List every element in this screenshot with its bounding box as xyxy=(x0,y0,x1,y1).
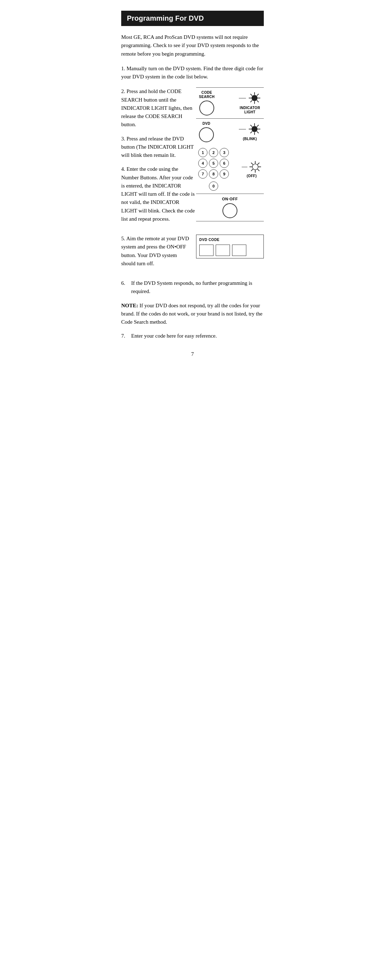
numbers-grid: 1 2 3 4 5 6 7 8 9 0 xyxy=(198,148,229,191)
svg-point-26 xyxy=(252,164,258,170)
diagram-dvd: DVD xyxy=(196,118,264,145)
on-off-label: ON·OFF xyxy=(222,197,238,201)
diagrams-column: CODESEARCH xyxy=(196,88,264,221)
svg-line-22 xyxy=(251,163,253,165)
step-5: 5. Aim the remote at your DVD system and… xyxy=(121,235,190,268)
step-6-text: If the DVD System responds, no further p… xyxy=(131,279,264,296)
page: Programming For DVD Most GE, RCA and Pro… xyxy=(107,0,278,379)
step-5-text-col: 5. Aim the remote at your DVD system and… xyxy=(121,235,190,274)
num-7: 7 xyxy=(198,169,207,178)
svg-line-15 xyxy=(257,125,258,127)
svg-line-13 xyxy=(250,125,252,127)
step-7-text: Enter your code here for easy reference. xyxy=(131,332,264,340)
num-1: 1 xyxy=(198,148,207,157)
diagram-code-search: CODESEARCH xyxy=(196,88,264,118)
svg-line-5 xyxy=(257,100,258,102)
step-2-text: 2. Press and hold the CODE SEARCH button… xyxy=(121,88,192,127)
step-5-text: 5. Aim the remote at your DVD system and… xyxy=(121,235,189,266)
section-header: Programming For DVD xyxy=(121,11,264,26)
page-number-text: 7 xyxy=(191,351,194,357)
step-2: 2. Press and hold the CODE SEARCH button… xyxy=(121,88,196,129)
note-block: NOTE: If your DVD does not respond, try … xyxy=(121,302,264,326)
on-off-button xyxy=(223,203,237,218)
diagram-numbers: 1 2 3 4 5 6 7 8 9 0 xyxy=(196,145,264,194)
dvd-code-cell-2[interactable] xyxy=(216,245,230,256)
off-indicator-icon xyxy=(249,161,262,173)
svg-line-7 xyxy=(250,100,252,102)
num-4: 4 xyxy=(198,159,207,168)
step-3-text: 3. Press and release the DVD button (The… xyxy=(121,136,194,158)
dvd-code-cell-3[interactable] xyxy=(232,245,246,256)
indicator-light-label: INDICATORLIGHT xyxy=(240,106,260,115)
step-7-num: 7. xyxy=(121,332,131,340)
num-3: 3 xyxy=(220,148,229,157)
page-number: 7 xyxy=(121,351,264,357)
step-1: 1. Manually turn on the DVD system. Find… xyxy=(121,65,264,81)
dvd-code-cell-1[interactable] xyxy=(199,245,213,256)
svg-line-6 xyxy=(257,94,258,96)
note-text: If your DVD does not respond, try all th… xyxy=(121,303,262,325)
num-5: 5 xyxy=(209,159,218,168)
num-9: 9 xyxy=(220,169,229,178)
num-8: 8 xyxy=(209,169,218,178)
step-6: 6. If the DVD System responds, no furthe… xyxy=(121,279,264,296)
dvd-indicator-icon xyxy=(248,123,261,135)
intro-text: Most GE, RCA and ProScan DVD systems wil… xyxy=(121,34,259,57)
svg-point-17 xyxy=(252,126,258,132)
dvd-label: DVD xyxy=(202,122,210,126)
steps-2-3-4-text: 2. Press and hold the CODE SEARCH button… xyxy=(121,88,196,229)
dvd-code-inputs xyxy=(199,245,246,256)
num-6: 6 xyxy=(220,159,229,168)
note-bold: NOTE: xyxy=(121,303,138,309)
step-3: 3. Press and release the DVD button (The… xyxy=(121,135,196,160)
intro-paragraph: Most GE, RCA and ProScan DVD systems wil… xyxy=(121,33,264,58)
step-4-text: 4. Enter the code using the Number Butto… xyxy=(121,166,195,222)
svg-line-4 xyxy=(250,94,252,96)
step-7: 7. Enter your code here for easy referen… xyxy=(121,332,264,340)
svg-line-24 xyxy=(258,163,259,165)
dvd-code-label: DVD CODE xyxy=(199,237,220,243)
code-search-button xyxy=(199,100,214,116)
code-search-label: CODESEARCH xyxy=(199,91,215,99)
svg-line-23 xyxy=(258,169,259,171)
svg-line-14 xyxy=(257,132,258,133)
blink-label: (BLINK) xyxy=(243,137,257,141)
dvd-code-box: DVD CODE xyxy=(196,235,264,258)
num-0: 0 xyxy=(209,181,218,191)
step-4: 4. Enter the code using the Number Butto… xyxy=(121,165,196,223)
off-label: (OFF) xyxy=(247,174,257,178)
dvd-button xyxy=(199,127,214,142)
svg-line-16 xyxy=(250,132,252,133)
step-1-text: 1. Manually turn on the DVD system. Find… xyxy=(121,65,263,80)
header-title: Programming For DVD xyxy=(127,14,204,22)
svg-line-25 xyxy=(251,169,253,171)
num-2: 2 xyxy=(209,148,218,157)
diagram-on-off: ON·OFF xyxy=(196,194,264,221)
indicator-light-icon xyxy=(248,92,261,105)
step-6-num: 6. xyxy=(121,279,131,296)
svg-point-8 xyxy=(252,95,258,101)
step-5-row: 5. Aim the remote at your DVD system and… xyxy=(121,235,264,274)
